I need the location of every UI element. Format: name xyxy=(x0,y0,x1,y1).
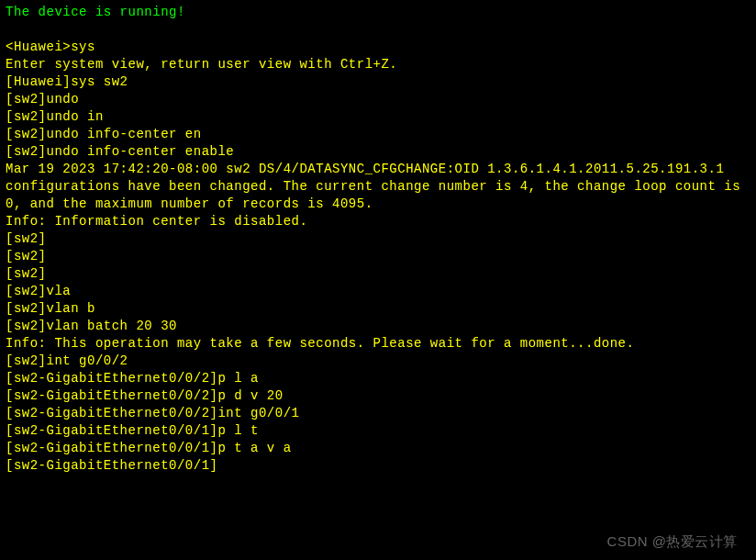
terminal-line: [sw2-GigabitEthernet0/0/2]p l a xyxy=(6,370,750,387)
terminal-line: [sw2] xyxy=(6,265,750,283)
terminal-line: [sw2]undo info-center en xyxy=(6,126,750,143)
terminal-line: [sw2-GigabitEthernet0/0/1]p t a v a xyxy=(6,440,750,457)
terminal-line xyxy=(6,21,750,39)
terminal-line: [sw2-GigabitEthernet0/0/1]p l t xyxy=(6,422,750,440)
watermark-text: CSDN @热爱云计算 xyxy=(607,533,738,551)
terminal-line: [sw2]int g0/0/2 xyxy=(6,353,750,370)
terminal-line: [sw2-GigabitEthernet0/0/2]int g0/0/1 xyxy=(6,405,750,422)
terminal-line: [sw2]undo info-center enable xyxy=(6,143,750,161)
terminal-line: Enter system view, return user view with… xyxy=(6,56,750,73)
terminal-line: [sw2] xyxy=(6,248,750,265)
terminal-line: The device is running! xyxy=(6,4,750,21)
terminal-line: [sw2-GigabitEthernet0/0/2]p d v 20 xyxy=(6,387,750,405)
terminal-line: [Huawei]sys sw2 xyxy=(6,73,750,91)
terminal-line: [sw2]vla xyxy=(6,283,750,300)
terminal-line: [sw2]vlan b xyxy=(6,300,750,318)
terminal-line: <Huawei>sys xyxy=(6,39,750,56)
terminal-line: [sw2]undo xyxy=(6,91,750,108)
terminal-line: [sw2]undo in xyxy=(6,108,750,126)
terminal-line: Mar 19 2023 17:42:20-08:00 sw2 DS/4/DATA… xyxy=(6,161,750,213)
terminal-line: [sw2-GigabitEthernet0/0/1] xyxy=(6,457,750,475)
terminal-output[interactable]: The device is running! <Huawei>sysEnter … xyxy=(0,0,756,478)
terminal-line: [sw2]vlan batch 20 30 xyxy=(6,318,750,335)
terminal-line: Info: Information center is disabled. xyxy=(6,213,750,230)
terminal-line: [sw2] xyxy=(6,230,750,248)
terminal-line: Info: This operation may take a few seco… xyxy=(6,335,750,353)
